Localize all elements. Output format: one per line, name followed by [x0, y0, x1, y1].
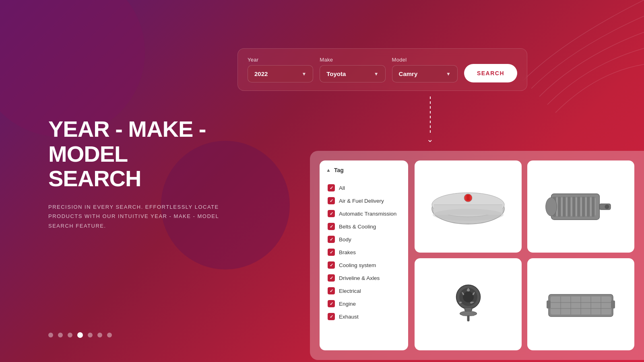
tag-brakes-label: Brakes — [339, 249, 356, 255]
make-field: Make Toyota ▼ — [320, 57, 385, 82]
svg-point-6 — [433, 209, 504, 221]
year-field: Year 2022 ▼ — [248, 57, 313, 82]
svg-rect-38 — [611, 300, 615, 309]
model-chevron-icon: ▼ — [446, 71, 451, 77]
svg-rect-13 — [572, 197, 575, 217]
svg-rect-37 — [547, 300, 551, 309]
dot-4-active[interactable] — [77, 332, 83, 338]
tag-electrical-checkbox: ✓ — [328, 287, 335, 294]
tag-electrical[interactable]: ✓ Electrical — [326, 284, 402, 297]
svg-point-23 — [463, 291, 474, 302]
hero-subtitle: PRECISION IN EVERY SEARCH. EFFORTLESSLY … — [48, 202, 274, 230]
svg-rect-12 — [568, 197, 570, 217]
search-button[interactable]: SEARCH — [464, 64, 517, 82]
svg-point-20 — [545, 197, 557, 216]
tag-all[interactable]: ✓ All — [326, 181, 402, 194]
tag-filter: ▲ Tag ✓ All ✓ Air & Fuel Delivery ✓ Auto… — [320, 160, 408, 350]
tag-belts-cooling[interactable]: ✓ Belts & Cooling — [326, 220, 402, 233]
tag-engine-checkbox: ✓ — [328, 300, 335, 307]
svg-rect-15 — [582, 197, 585, 217]
tag-auto-trans-checkbox: ✓ — [328, 210, 335, 217]
tag-all-label: All — [339, 185, 345, 191]
search-bar-inner: Year 2022 ▼ Make Toyota ▼ Model Camry ▼ — [248, 57, 517, 82]
tag-brakes-checkbox: ✓ — [328, 249, 335, 256]
year-value: 2022 — [254, 70, 268, 77]
dashed-arrow: ⌄ — [427, 97, 433, 144]
tag-auto-trans[interactable]: ✓ Automatic Transmission — [326, 207, 402, 220]
make-label: Make — [320, 57, 385, 63]
arrow-down-icon: ⌄ — [427, 134, 433, 144]
tag-exhaust[interactable]: ✓ Exhaust — [326, 310, 402, 323]
fuel-tank-image — [419, 165, 517, 248]
year-chevron-icon: ▼ — [301, 71, 306, 77]
tag-air-fuel-label: Air & Fuel Delivery — [339, 198, 384, 204]
year-label: Year — [248, 57, 313, 63]
hero-text: YEAR - MAKE - MODEL SEARCH PRECISION IN … — [48, 117, 274, 230]
transmission-image — [532, 165, 630, 248]
svg-rect-17 — [592, 197, 594, 217]
products-grid — [415, 160, 634, 350]
tag-engine-label: Engine — [339, 301, 356, 307]
svg-rect-4 — [466, 195, 470, 200]
tag-engine[interactable]: ✓ Engine — [326, 297, 402, 310]
model-select[interactable]: Camry ▼ — [392, 65, 458, 82]
svg-rect-16 — [587, 197, 590, 217]
svg-rect-11 — [563, 197, 566, 217]
dot-1[interactable] — [48, 333, 53, 337]
tag-exhaust-checkbox: ✓ — [328, 313, 335, 320]
year-select[interactable]: 2022 ▼ — [248, 65, 313, 82]
tag-brakes[interactable]: ✓ Brakes — [326, 246, 402, 259]
dot-2[interactable] — [58, 333, 63, 337]
tag-all-checkbox: ✓ — [328, 184, 335, 191]
tag-driveline-label: Driveline & Axles — [339, 275, 380, 281]
svg-rect-24 — [464, 307, 472, 311]
tag-air-fuel-checkbox: ✓ — [328, 197, 335, 204]
model-label: Model — [392, 57, 458, 63]
tag-header-label: Tag — [334, 167, 344, 173]
thermostat-image — [419, 263, 517, 346]
dashed-line — [430, 97, 431, 133]
tag-belts-cooling-label: Belts & Cooling — [339, 224, 376, 230]
dot-7[interactable] — [107, 333, 112, 337]
tag-cooling-label: Cooling system — [339, 262, 376, 268]
tag-auto-trans-label: Automatic Transmission — [339, 211, 396, 217]
svg-rect-10 — [558, 197, 561, 217]
svg-point-19 — [605, 204, 609, 209]
chevron-up-icon: ▲ — [326, 167, 331, 173]
main-content: Year 2022 ▼ Make Toyota ▼ Model Camry ▼ — [0, 0, 644, 362]
tag-driveline[interactable]: ✓ Driveline & Axles — [326, 272, 402, 284]
tag-electrical-label: Electrical — [339, 288, 361, 294]
make-chevron-icon: ▼ — [374, 71, 379, 77]
pagination-dots — [48, 332, 112, 338]
tag-filter-header: ▲ Tag — [326, 167, 402, 177]
tag-belts-cooling-checkbox: ✓ — [328, 223, 335, 230]
search-bar-container: Year 2022 ▼ Make Toyota ▼ Model Camry ▼ — [237, 48, 527, 91]
model-field: Model Camry ▼ — [392, 57, 458, 82]
svg-rect-14 — [577, 197, 580, 217]
dot-3[interactable] — [68, 333, 72, 337]
tag-body-label: Body — [339, 237, 351, 243]
tag-exhaust-label: Exhaust — [339, 314, 359, 320]
tag-body-checkbox: ✓ — [328, 236, 335, 243]
tag-body[interactable]: ✓ Body — [326, 233, 402, 246]
tag-cooling[interactable]: ✓ Cooling system — [326, 259, 402, 272]
product-card-thermostat[interactable] — [415, 258, 522, 350]
hero-title: YEAR - MAKE - MODEL SEARCH — [48, 117, 274, 191]
battery-image — [532, 263, 630, 346]
product-card-transmission[interactable] — [527, 160, 634, 253]
dot-6[interactable] — [97, 333, 102, 337]
model-value: Camry — [399, 70, 418, 77]
tag-driveline-checkbox: ✓ — [328, 274, 335, 282]
dot-5[interactable] — [88, 333, 93, 337]
make-value: Toyota — [326, 70, 346, 77]
tag-air-fuel[interactable]: ✓ Air & Fuel Delivery — [326, 194, 402, 207]
product-card-fuel-tank[interactable] — [415, 160, 522, 253]
make-select[interactable]: Toyota ▼ — [320, 65, 385, 82]
results-panel: ▲ Tag ✓ All ✓ Air & Fuel Delivery ✓ Auto… — [310, 151, 644, 360]
svg-rect-27 — [467, 315, 469, 321]
product-card-battery[interactable] — [527, 258, 634, 350]
tag-cooling-checkbox: ✓ — [328, 261, 335, 269]
